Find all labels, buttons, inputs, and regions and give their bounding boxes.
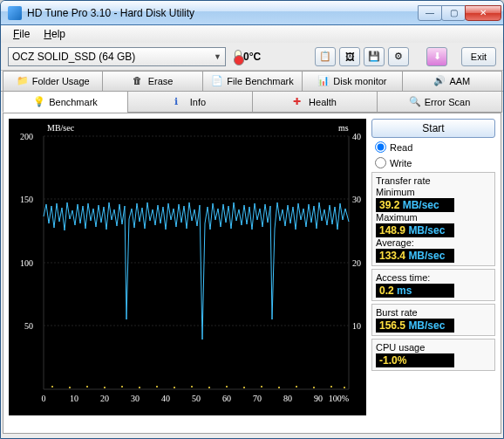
svg-text:40: 40 — [161, 394, 170, 403]
close-button[interactable]: ✕ — [465, 5, 501, 21]
folder-icon: 📁 — [17, 75, 29, 87]
tab-erase[interactable]: 🗑Erase — [102, 71, 202, 91]
save-button[interactable]: 💾 — [364, 47, 385, 66]
svg-text:70: 70 — [253, 394, 262, 403]
window-buttons: — ▢ ✕ — [419, 5, 501, 21]
file-icon: 📄 — [211, 75, 223, 87]
exit-button[interactable]: Exit — [461, 47, 496, 66]
svg-point-31 — [104, 387, 106, 388]
svg-text:40: 40 — [352, 132, 361, 141]
down-arrow-icon: ⬇ — [433, 51, 441, 62]
svg-text:0: 0 — [42, 394, 46, 403]
svg-point-35 — [174, 387, 175, 388]
svg-text:80: 80 — [283, 394, 292, 403]
trash-icon: 🗑 — [133, 75, 145, 87]
burst-rate-group: Burst rate 156.5 MB/sec — [371, 304, 495, 336]
read-radio-row[interactable]: Read — [371, 141, 495, 154]
tab-benchmark[interactable]: 💡Benchmark — [3, 92, 128, 113]
svg-point-30 — [86, 386, 88, 388]
chart-svg: 200 150 100 50 MB/sec 40 30 20 10 ms 0 1… — [9, 119, 366, 415]
svg-text:20: 20 — [100, 394, 109, 403]
tab-health[interactable]: ✚Health — [252, 92, 378, 113]
svg-text:90: 90 — [314, 394, 323, 403]
svg-text:MB/sec: MB/sec — [47, 123, 75, 133]
tab-info[interactable]: ℹInfo — [127, 92, 253, 113]
tab-row-secondary: 📁Folder Usage 🗑Erase 📄File Benchmark 📊Di… — [1, 71, 503, 92]
svg-text:60: 60 — [222, 394, 231, 403]
access-value: 0.2 ms — [376, 284, 454, 298]
menu-file[interactable]: File — [6, 26, 37, 42]
avg-value: 133.4 MB/sec — [376, 249, 454, 263]
svg-point-29 — [69, 387, 71, 388]
menu-help[interactable]: Help — [37, 26, 72, 42]
maximize-button[interactable]: ▢ — [441, 5, 466, 21]
start-button[interactable]: Start — [371, 119, 495, 138]
svg-point-32 — [121, 386, 123, 388]
svg-text:20: 20 — [352, 258, 361, 268]
temperature-value: 0°C — [243, 51, 261, 63]
avg-label: Average: — [376, 237, 491, 248]
toolbar: OCZ SOLID_SSD (64 GB) ▼ 0°C 📋 🖼 💾 ⚙ ⬇ Ex… — [1, 43, 503, 71]
info-icon: ℹ — [174, 96, 187, 108]
svg-text:100: 100 — [20, 258, 33, 268]
side-panel: Start Read Write Transfer rate Minimum 3… — [371, 119, 495, 428]
floppy-icon: 💾 — [368, 51, 380, 62]
svg-text:10: 10 — [352, 321, 361, 331]
min-label: Minimum — [376, 187, 491, 197]
write-radio[interactable] — [375, 157, 386, 168]
drive-select[interactable]: OCZ SOLID_SSD (64 GB) ▼ — [8, 47, 226, 66]
svg-point-36 — [191, 386, 193, 388]
copy-screenshot-button[interactable]: 🖼 — [339, 47, 360, 66]
options-button[interactable]: ⚙ — [388, 47, 409, 66]
svg-point-28 — [51, 386, 53, 388]
thermometer-icon — [235, 50, 242, 64]
app-window: HD Tune Pro 3.10 - Hard Disk Utility — ▢… — [0, 0, 504, 439]
app-icon — [8, 6, 22, 20]
chevron-down-icon: ▼ — [214, 52, 221, 61]
svg-point-44 — [330, 386, 332, 388]
access-label: Access time: — [376, 272, 491, 283]
tab-file-benchmark[interactable]: 📄File Benchmark — [202, 71, 303, 91]
minimize-tray-button[interactable]: ⬇ — [426, 47, 447, 66]
min-value: 39.2 MB/sec — [376, 198, 454, 212]
burst-value: 156.5 MB/sec — [376, 319, 454, 333]
svg-text:30: 30 — [131, 394, 140, 403]
svg-point-38 — [226, 386, 228, 388]
speaker-icon: 🔊 — [433, 75, 446, 87]
temperature-display: 0°C — [235, 50, 261, 64]
svg-text:10: 10 — [70, 394, 78, 403]
cpu-value: -1.0% — [376, 353, 454, 367]
svg-point-39 — [243, 387, 245, 388]
titlebar: HD Tune Pro 3.10 - Hard Disk Utility — ▢… — [1, 1, 503, 25]
tab-disk-monitor[interactable]: 📊Disk monitor — [302, 71, 402, 91]
burst-label: Burst rate — [376, 307, 491, 318]
svg-text:30: 30 — [352, 195, 361, 204]
lightbulb-icon: 💡 — [33, 96, 45, 108]
minimize-button[interactable]: — — [418, 5, 442, 21]
svg-point-42 — [296, 386, 297, 388]
max-value: 148.9 MB/sec — [376, 223, 454, 237]
benchmark-chart: 200 150 100 50 MB/sec 40 30 20 10 ms 0 1… — [9, 119, 366, 415]
svg-point-34 — [156, 386, 158, 388]
tab-aam[interactable]: 🔊AAM — [402, 71, 502, 91]
svg-point-43 — [313, 387, 315, 388]
drive-select-value: OCZ SOLID_SSD (64 GB) — [12, 51, 135, 63]
cpu-usage-group: CPU usage -1.0% — [371, 339, 495, 371]
write-radio-row[interactable]: Write — [371, 156, 495, 169]
tab-error-scan[interactable]: 🔍Error Scan — [377, 92, 502, 113]
svg-point-33 — [139, 387, 140, 388]
menubar: File Help — [1, 25, 503, 43]
copy-info-button[interactable]: 📋 — [315, 47, 336, 66]
screenshot-icon: 🖼 — [345, 51, 355, 62]
svg-point-37 — [208, 387, 210, 388]
svg-text:50: 50 — [24, 321, 33, 331]
tab-folder-usage[interactable]: 📁Folder Usage — [3, 71, 103, 91]
tab-row-primary: 💡Benchmark ℹInfo ✚Health 🔍Error Scan — [1, 92, 503, 113]
svg-text:100%: 100% — [329, 394, 349, 403]
svg-point-40 — [261, 386, 262, 388]
cpu-label: CPU usage — [376, 342, 491, 353]
svg-text:150: 150 — [20, 195, 33, 204]
window-title: HD Tune Pro 3.10 - Hard Disk Utility — [27, 7, 419, 19]
copy-icon: 📋 — [319, 51, 331, 62]
read-radio[interactable] — [375, 141, 386, 153]
